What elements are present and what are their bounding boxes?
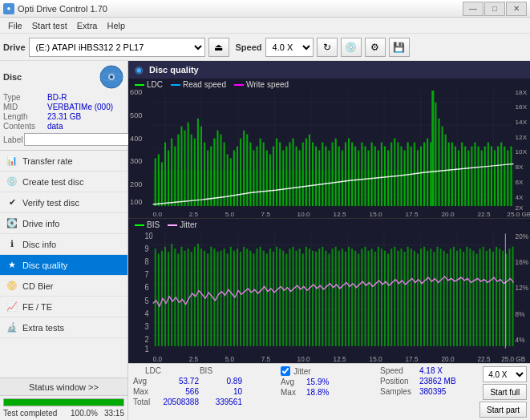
contents-key: Contents	[3, 122, 47, 131]
extra-tests-icon: 🔬	[6, 322, 18, 333]
settings-button[interactable]: ⚙	[365, 38, 386, 57]
jitter-checkbox[interactable]	[281, 366, 290, 376]
read-legend-label: Read speed	[183, 80, 226, 89]
svg-rect-205	[266, 253, 268, 345]
nav-create-test-disc[interactable]: 💿 Create test disc	[0, 172, 127, 192]
svg-rect-50	[210, 147, 212, 207]
svg-rect-248	[407, 247, 409, 346]
samples-row: Samples 380395	[380, 387, 476, 396]
svg-rect-252	[420, 248, 422, 346]
menu-file[interactable]: File	[3, 19, 27, 32]
stats-speed-pos: Speed 4.18 X Position 23862 MB Samples 3…	[380, 366, 476, 418]
nav-items: 📊 Transfer rate 💿 Create test disc ✔ Ver…	[0, 151, 127, 378]
nav-cd-bier[interactable]: 📀 CD Bier	[0, 276, 127, 297]
svg-text:10: 10	[144, 231, 153, 240]
maximize-button[interactable]: □	[484, 2, 505, 16]
start-full-button[interactable]: Start full	[483, 384, 527, 400]
avg-bis-val: 0.89	[202, 377, 242, 386]
svg-rect-264	[459, 248, 461, 346]
start-part-button[interactable]: Start part	[479, 402, 527, 418]
svg-rect-103	[364, 147, 366, 207]
label-key: Label	[3, 135, 22, 144]
svg-rect-64	[257, 147, 258, 207]
menu-start-test[interactable]: Start test	[27, 19, 72, 32]
nav-transfer-rate[interactable]: 📊 Transfer rate	[0, 151, 127, 172]
menu-help[interactable]: Help	[102, 19, 130, 32]
mid-key: MID	[3, 103, 47, 111]
svg-rect-199	[246, 248, 248, 346]
nav-fe-te[interactable]: 📈 FE / TE	[0, 297, 127, 317]
minimize-button[interactable]: —	[463, 2, 483, 16]
avg-row: Avg 53.72 0.89	[133, 377, 277, 386]
svg-rect-111	[390, 143, 392, 207]
svg-point-2	[110, 75, 113, 79]
elapsed-time: 33:15	[104, 409, 124, 418]
nav-extra-tests[interactable]: 🔬 Extra tests	[0, 317, 127, 338]
svg-text:1: 1	[144, 345, 148, 354]
svg-rect-75	[292, 139, 293, 207]
lower-chart: BIS Jitter	[128, 219, 530, 363]
svg-rect-72	[282, 150, 284, 206]
svg-rect-203	[260, 247, 261, 346]
drive-select[interactable]: (E:) ATAPI iHBS312 2 PL17	[29, 38, 205, 57]
svg-rect-176	[171, 244, 172, 346]
svg-text:17.5: 17.5	[406, 354, 419, 363]
svg-rect-91	[325, 147, 326, 207]
svg-rect-37	[168, 150, 169, 206]
jitter-avg-label: Avg	[281, 378, 303, 386]
nav-disc-info[interactable]: ℹ Disc info	[0, 234, 127, 255]
nav-verify-test-disc[interactable]: ✔ Verify test disc	[0, 192, 127, 213]
svg-rect-106	[374, 147, 376, 207]
svg-rect-83	[318, 150, 320, 206]
svg-rect-123	[430, 143, 431, 207]
svg-rect-246	[400, 248, 402, 346]
svg-rect-109	[384, 147, 386, 207]
ldc-legend: LDC	[135, 80, 163, 89]
svg-rect-190	[216, 252, 218, 346]
svg-rect-87	[438, 119, 439, 206]
svg-rect-124	[451, 143, 453, 207]
save-button[interactable]: 💾	[389, 38, 410, 57]
svg-rect-217	[305, 247, 307, 346]
eject-button[interactable]: ⏏	[208, 38, 229, 57]
svg-rect-61	[246, 135, 248, 206]
close-button[interactable]: ✕	[506, 2, 527, 16]
svg-rect-134	[484, 147, 486, 207]
speed-select-stats[interactable]: 4.0 X	[483, 366, 527, 382]
jitter-max-val: 18.8%	[306, 388, 329, 397]
disc-type-row: Type BD-R	[3, 93, 124, 102]
svg-text:5.0: 5.0	[225, 211, 235, 218]
nav-create-test-disc-label: Create test disc	[22, 177, 83, 187]
svg-rect-277	[502, 251, 504, 346]
svg-rect-88	[442, 127, 443, 206]
disc-contents-row: Contents data	[3, 122, 124, 131]
svg-text:200: 200	[130, 180, 142, 188]
svg-rect-253	[423, 247, 425, 346]
svg-rect-261	[450, 248, 451, 346]
disc-button[interactable]: 💿	[341, 38, 362, 57]
disc-title: Disc	[3, 72, 22, 82]
disc-label-input[interactable]	[24, 133, 131, 146]
refresh-button[interactable]: ↻	[317, 38, 338, 57]
svg-rect-242	[387, 253, 389, 345]
length-val: 23.31 GB	[47, 112, 124, 121]
nav-fe-te-label: FE / TE	[22, 302, 52, 312]
svg-rect-70	[276, 139, 277, 207]
bis-legend: BIS	[135, 220, 160, 229]
jitter-legend: Jitter	[168, 220, 197, 229]
disc-quality-icon: ★	[6, 260, 18, 271]
menu-extra[interactable]: Extra	[72, 19, 103, 32]
svg-rect-280	[512, 247, 514, 346]
bis-legend-label: BIS	[147, 220, 160, 229]
svg-rect-51	[213, 139, 215, 207]
status-window-button[interactable]: Status window >>	[0, 378, 127, 396]
svg-text:9: 9	[144, 244, 148, 253]
nav-disc-quality[interactable]: ★ Disc quality	[0, 255, 127, 276]
svg-rect-187	[207, 253, 208, 345]
ldc-legend-color	[135, 84, 144, 86]
stats-jitter: Jitter Avg 15.9% Max 18.8%	[281, 366, 377, 418]
svg-rect-77	[299, 150, 301, 206]
nav-drive-info[interactable]: 💽 Drive info	[0, 213, 127, 234]
speed-select-toolbar[interactable]: 4.0 X	[265, 38, 314, 57]
titlebar: ● Opti Drive Control 1.70 — □ ✕	[0, 0, 530, 18]
